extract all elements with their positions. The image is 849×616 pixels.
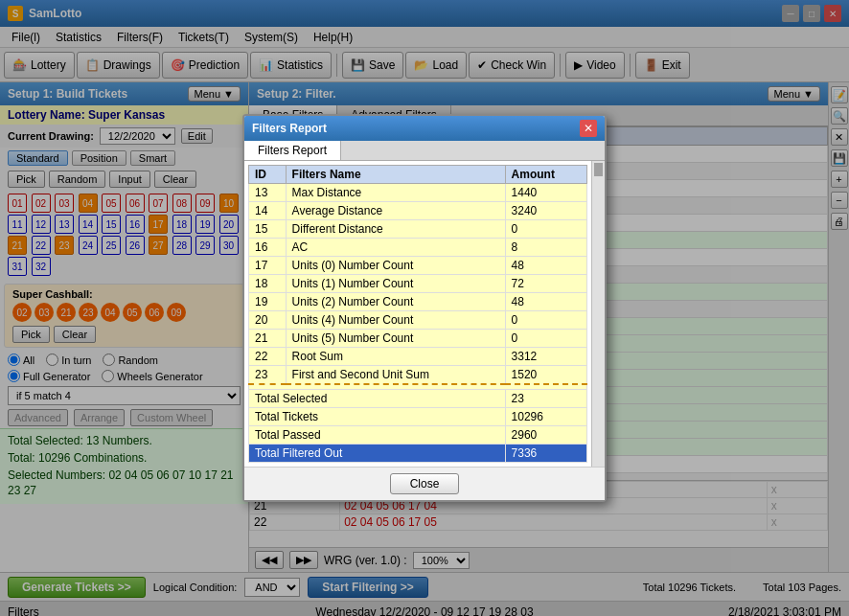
total-row: Total Filtered Out7336 [249,445,587,463]
modal-overlay: Filters Report ✕ Filters Report ID Filte… [0,0,849,616]
modal-name: Root Sum [286,348,505,366]
total-label: Total Filtered Out [249,445,506,463]
modal-table-row: 13 Max Distance 1440 [249,184,587,202]
modal-table-row: 17 Units (0) Number Count 48 [249,257,587,275]
modal-amount: 1440 [505,184,586,202]
modal-amount: 0 [505,330,586,348]
modal-id: 20 [249,311,287,330]
modal-name: Units (0) Number Count [286,257,505,275]
modal-tab-bar: Filters Report [244,141,605,161]
filters-report-modal: Filters Report ✕ Filters Report ID Filte… [242,114,607,502]
modal-table-row: 19 Units (2) Number Count 48 [249,293,587,311]
total-value: 23 [505,390,586,408]
modal-id: 15 [249,220,287,239]
modal-footer: Close [244,467,605,500]
modal-name: Units (4) Number Count [286,311,505,330]
modal-id: 18 [249,275,287,293]
modal-close-button[interactable]: ✕ [580,120,597,137]
modal-amount: 48 [505,293,586,311]
modal-name: Units (2) Number Count [286,293,505,311]
total-value: 7336 [505,445,586,463]
modal-content: ID Filters Name Amount 13 Max Distance 1… [244,161,591,467]
modal-name: AC [286,239,505,257]
total-value: 10296 [505,408,586,426]
modal-name: Average Distance [286,202,505,220]
total-label: Total Tickets [249,408,506,426]
modal-id: 19 [249,293,287,311]
modal-name: Max Distance [286,184,505,202]
modal-amount: 48 [505,257,586,275]
modal-id: 21 [249,330,287,348]
modal-amount: 0 [505,311,586,330]
modal-body: ID Filters Name Amount 13 Max Distance 1… [244,161,605,467]
modal-table-row: 20 Units (4) Number Count 0 [249,311,587,330]
modal-table-row: 21 Units (5) Number Count 0 [249,330,587,348]
modal-name: Units (1) Number Count [286,275,505,293]
modal-amount: 8 [505,239,586,257]
total-value: 2960 [505,426,586,445]
modal-name: First and Second Unit Sum [286,366,505,385]
modal-col-id: ID [249,166,287,184]
modal-close-footer-button[interactable]: Close [390,473,460,494]
modal-scrollbar[interactable] [591,161,605,467]
total-label: Total Passed [249,426,506,445]
modal-name: Different Distance [286,220,505,239]
modal-tab-report[interactable]: Filters Report [244,141,341,160]
modal-table-row: 15 Different Distance 0 [249,220,587,239]
modal-id: 16 [249,239,287,257]
modal-id: 17 [249,257,287,275]
modal-id: 14 [249,202,287,220]
scrollbar-thumb[interactable] [594,163,603,176]
modal-id: 23 [249,366,287,385]
modal-title: Filters Report [252,122,327,135]
modal-table-row: 14 Average Distance 3240 [249,202,587,220]
modal-table-row: 22 Root Sum 3312 [249,348,587,366]
modal-col-name: Filters Name [286,166,505,184]
modal-amount: 3312 [505,348,586,366]
modal-table-row: 18 Units (1) Number Count 72 [249,275,587,293]
modal-titlebar: Filters Report ✕ [244,116,605,141]
modal-amount: 1520 [505,366,586,385]
modal-amount: 3240 [505,202,586,220]
modal-id: 13 [249,184,287,202]
modal-table-row: 23 First and Second Unit Sum 1520 [249,366,587,385]
modal-id: 22 [249,348,287,366]
modal-table: ID Filters Name Amount 13 Max Distance 1… [248,165,587,463]
modal-col-amount: Amount [505,166,586,184]
modal-name: Units (5) Number Count [286,330,505,348]
modal-amount: 0 [505,220,586,239]
modal-amount: 72 [505,275,586,293]
modal-table-row: 16 AC 8 [249,239,587,257]
total-row: Total Passed2960 [249,426,587,445]
total-row: Total Selected23 [249,390,587,408]
total-row: Total Tickets10296 [249,408,587,426]
total-label: Total Selected [249,390,506,408]
